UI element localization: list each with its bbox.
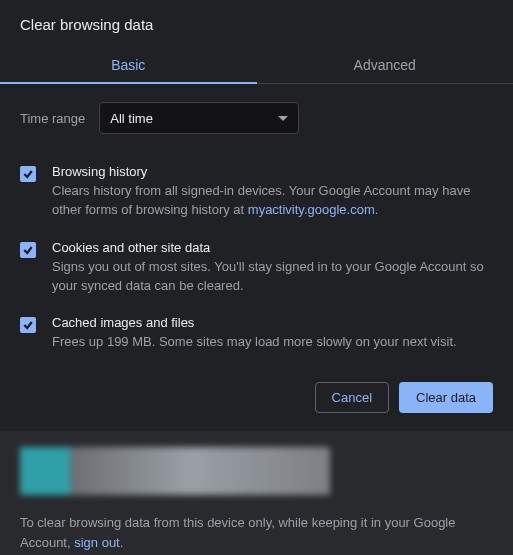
time-range-value: All time	[110, 111, 153, 126]
dialog-footer: To clear browsing data from this device …	[0, 431, 513, 555]
tab-label: Basic	[111, 57, 145, 73]
checkbox-cookies[interactable]	[20, 242, 36, 258]
cancel-button[interactable]: Cancel	[315, 382, 389, 413]
option-cookies: Cookies and other site data Signs you ou…	[20, 230, 493, 306]
time-range-select[interactable]: All time	[99, 102, 299, 134]
option-title: Cookies and other site data	[52, 240, 493, 255]
option-description: Signs you out of most sites. You'll stay…	[52, 258, 493, 296]
option-cache: Cached images and files Frees up 199 MB.…	[20, 305, 493, 362]
account-info-redacted	[20, 447, 330, 495]
option-description: Frees up 199 MB. Some sites may load mor…	[52, 333, 493, 352]
tab-label: Advanced	[354, 57, 416, 73]
option-browsing-history: Browsing history Clears history from all…	[20, 154, 493, 230]
clear-browsing-data-dialog: Clear browsing data Basic Advanced Time …	[0, 0, 513, 555]
checkmark-icon	[22, 168, 34, 180]
tab-advanced[interactable]: Advanced	[257, 47, 514, 83]
checkbox-cache[interactable]	[20, 317, 36, 333]
tab-basic[interactable]: Basic	[0, 47, 257, 83]
footer-text: To clear browsing data from this device …	[20, 513, 493, 552]
chevron-down-icon	[278, 116, 288, 121]
option-title: Cached images and files	[52, 315, 493, 330]
option-description: Clears history from all signed-in device…	[52, 182, 493, 220]
dialog-actions: Cancel Clear data	[20, 366, 493, 431]
time-range-row: Time range All time	[20, 84, 493, 146]
option-title: Browsing history	[52, 164, 493, 179]
checkmark-icon	[22, 319, 34, 331]
time-range-label: Time range	[20, 111, 85, 126]
checkmark-icon	[22, 244, 34, 256]
sign-out-link[interactable]: sign out	[74, 535, 120, 550]
clear-data-button[interactable]: Clear data	[399, 382, 493, 413]
tab-bar: Basic Advanced	[0, 47, 513, 84]
dialog-title: Clear browsing data	[20, 16, 493, 47]
options-list: Browsing history Clears history from all…	[20, 146, 493, 366]
checkbox-browsing-history[interactable]	[20, 166, 36, 182]
myactivity-link[interactable]: myactivity.google.com	[248, 202, 375, 217]
